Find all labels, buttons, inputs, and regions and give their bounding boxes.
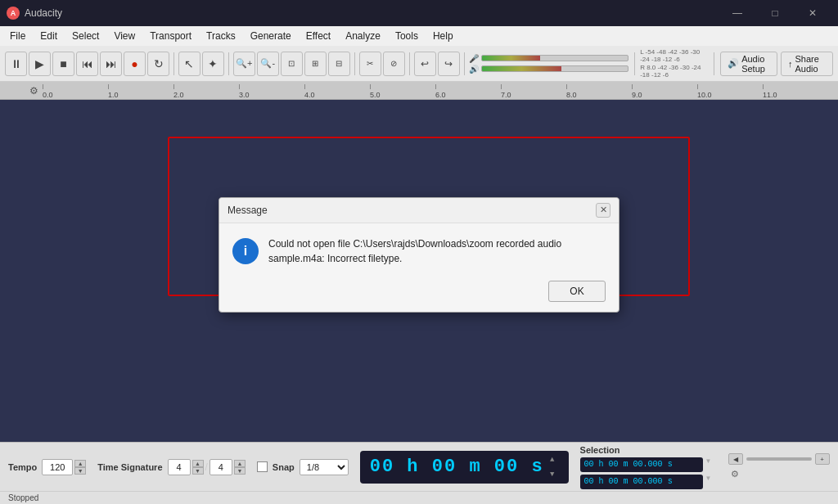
pause-button[interactable]: ⏸: [5, 52, 27, 76]
sel-time-2-dropdown[interactable]: ▼: [705, 475, 717, 489]
toolbar-separator-7: [714, 52, 714, 75]
loop-button[interactable]: ↻: [147, 52, 169, 76]
time-sig-den-down[interactable]: ▼: [234, 467, 246, 475]
minimize-button[interactable]: —: [719, 0, 756, 26]
share-audio-label: Share Audio: [795, 54, 826, 74]
audio-setup-label: Audio Setup: [741, 54, 770, 74]
menu-view[interactable]: View: [107, 29, 142, 43]
input-level-row: 🎤: [469, 54, 628, 63]
zoom-fit-button[interactable]: ⊡: [281, 52, 303, 76]
dialog-close-button[interactable]: ✕: [596, 203, 610, 218]
loop-region-row: ⚙: [728, 467, 830, 480]
ruler-mark-10: 10.0: [697, 84, 763, 99]
selection-label: Selection: [580, 445, 620, 455]
output-level-bar: [481, 65, 628, 72]
level-label-top: L -54 -48 -42 -36 -30 -24 -18 -12 -6: [640, 48, 708, 63]
maximize-button[interactable]: □: [756, 0, 794, 26]
ruler-mark-0: 0.0: [43, 84, 108, 99]
time-sig-denominator[interactable]: [210, 459, 232, 475]
tempo-up-button[interactable]: ▲: [74, 460, 86, 467]
tempo-input-group: ▲ ▼: [42, 459, 86, 475]
time-sig-section: Time Signature ▲ ▼ / ▲ ▼: [97, 459, 246, 475]
menu-transport[interactable]: Transport: [143, 29, 198, 43]
share-audio-button[interactable]: ↑ Share Audio: [781, 52, 833, 76]
toolbar-separator-2: [228, 52, 229, 75]
content-area: ⚙ 0.0 1.0 2.0 3.0 4.0 5.0 6.0 7.0 8.0 9.…: [0, 82, 838, 504]
menu-effect[interactable]: Effect: [300, 29, 337, 43]
time-sig-den-spinner: ▲ ▼: [234, 460, 246, 475]
play-button[interactable]: ▶: [29, 52, 51, 76]
ok-button[interactable]: OK: [548, 281, 606, 302]
menu-generate[interactable]: Generate: [244, 29, 298, 43]
sel-time-1[interactable]: 00 h 00 m 00.000 s: [580, 457, 703, 472]
info-icon: i: [232, 238, 259, 264]
play-region-left-button[interactable]: ◀: [728, 453, 743, 465]
toolbar-separator-6: [634, 52, 635, 75]
share-audio-icon: ↑: [788, 59, 793, 69]
time-sig-num-up[interactable]: ▲: [192, 460, 204, 467]
snap-checkbox[interactable]: [257, 461, 268, 472]
menu-select[interactable]: Select: [65, 29, 106, 43]
play-region-right-button[interactable]: +: [815, 453, 830, 465]
stopped-status: Stopped: [0, 491, 838, 504]
tempo-input[interactable]: [42, 459, 73, 475]
record-button[interactable]: ●: [124, 52, 146, 76]
menu-tracks[interactable]: Tracks: [200, 29, 242, 43]
sel-time-2[interactable]: 00 h 00 m 00.000 s: [580, 475, 703, 489]
toolbar-separator-5: [464, 52, 465, 75]
next-button[interactable]: ⏭: [100, 52, 122, 76]
menu-edit[interactable]: Edit: [34, 29, 64, 43]
zoom-sel-button[interactable]: ⊞: [304, 52, 327, 76]
undo-button[interactable]: ↩: [414, 52, 436, 76]
zoom-full-button[interactable]: ⊟: [328, 52, 350, 76]
play-region-slider[interactable]: [746, 457, 812, 461]
message-dialog: Message ✕ i Could not open file C:\Users…: [219, 197, 619, 313]
dialog-footer: OK: [219, 276, 619, 312]
time-sig-group: ▲ ▼ / ▲ ▼: [168, 459, 246, 475]
toolbar-separator-4: [409, 52, 410, 75]
redo-button[interactable]: ↪: [438, 52, 460, 76]
silence-button[interactable]: ⊘: [383, 52, 405, 76]
menu-analyze[interactable]: Analyze: [339, 29, 387, 43]
zoom-in-button[interactable]: 🔍+: [233, 52, 255, 76]
speaker-icon: 🔊: [469, 65, 479, 74]
snap-select[interactable]: 1/8 1/4 1/2 1: [300, 459, 349, 475]
select-tool-button[interactable]: ✦: [202, 52, 224, 76]
tempo-down-button[interactable]: ▼: [74, 467, 86, 475]
tempo-label: Tempo: [8, 462, 37, 472]
time-up-button[interactable]: ▲: [547, 452, 559, 467]
ruler-mark-1: 1.0: [108, 84, 173, 99]
tempo-section: Tempo ▲ ▼: [8, 459, 86, 475]
ruler-settings-button[interactable]: ⚙: [25, 82, 43, 100]
toolbar-right: 🎤 🔊 L -54 -48 -42 -36 -30 -24 -18 -12 -6…: [469, 48, 833, 79]
stop-button[interactable]: ■: [52, 52, 74, 76]
close-button[interactable]: ✕: [794, 0, 831, 26]
ruler-mark-4: 4.0: [304, 84, 370, 99]
trim-button[interactable]: ✂: [359, 52, 381, 76]
ruler-mark-9: 9.0: [632, 84, 697, 99]
time-sig-den-up[interactable]: ▲: [234, 460, 246, 467]
ruler-mark-6: 6.0: [435, 84, 501, 99]
time-sig-num-spinner: ▲ ▼: [192, 460, 204, 475]
audio-setup-button[interactable]: 🔊 Audio Setup: [720, 52, 777, 76]
menu-help[interactable]: Help: [426, 29, 460, 43]
dialog-overlay: Message ✕ i Could not open file C:\Users…: [0, 100, 838, 442]
sel-row-1: 00 h 00 m 00.000 s ▼: [580, 457, 717, 472]
cursor-tool-button[interactable]: ↖: [178, 52, 200, 76]
time-sig-numerator[interactable]: [168, 459, 191, 475]
prev-button[interactable]: ⏮: [76, 52, 98, 76]
time-display: 00 h 00 m 00 s ▲ ▼: [360, 451, 569, 484]
selection-section: Selection 00 h 00 m 00.000 s ▼ 00 h 00 m…: [580, 445, 717, 489]
main-area: Message ✕ i Could not open file C:\Users…: [0, 100, 838, 442]
menubar: File Edit Select View Transport Tracks G…: [0, 26, 838, 46]
menu-file[interactable]: File: [3, 29, 32, 43]
time-arrows: ▲ ▼: [547, 452, 559, 482]
time-down-button[interactable]: ▼: [547, 467, 559, 482]
sel-settings-icon[interactable]: ⚙: [728, 467, 741, 480]
menu-tools[interactable]: Tools: [389, 29, 425, 43]
zoom-out-button[interactable]: 🔍-: [257, 52, 279, 76]
dialog-body: i Could not open file C:\Users\rajds\Dow…: [219, 223, 619, 276]
time-sig-num-down[interactable]: ▼: [192, 467, 204, 475]
ruler-mark-7: 7.0: [501, 84, 566, 99]
sel-time-1-dropdown[interactable]: ▼: [705, 457, 717, 472]
